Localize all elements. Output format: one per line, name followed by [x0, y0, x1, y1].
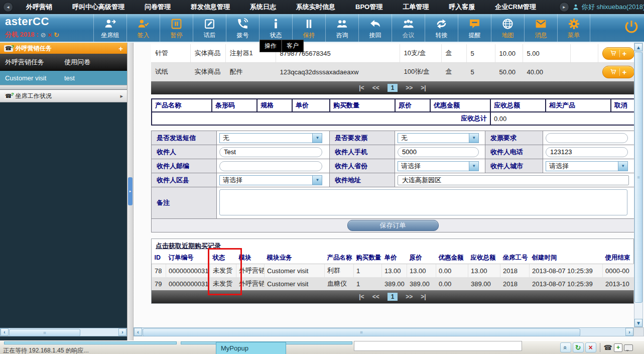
status-menu-customer[interactable]: 客户 — [282, 40, 304, 52]
meeting-button[interactable]: 会议 — [392, 14, 425, 42]
page-first-button[interactable]: |< — [359, 84, 364, 91]
menu-ticket[interactable]: 工单管理 — [393, 0, 439, 14]
district-select[interactable]: 请选择▼ — [219, 175, 322, 185]
zip-input[interactable] — [219, 161, 322, 171]
menu-outbound-marketing[interactable]: 外呼营销 — [16, 0, 62, 14]
map-button[interactable]: 地图 — [491, 14, 524, 42]
consult-button[interactable]: 咨询 — [325, 14, 358, 42]
sidebar-panel-agent-status[interactable]: ☎? 坐席工作状况 ▸ — [0, 90, 127, 102]
col-discount: 优惠金额 — [430, 99, 490, 112]
col-order-no: 订单编号 — [166, 252, 210, 264]
plus-icon: + — [619, 50, 627, 57]
menu-bpo[interactable]: BPO管理 — [345, 0, 393, 14]
menu-system-log[interactable]: 系统日志 — [240, 0, 286, 14]
user-greeting: 你好 shixuebao(2018),今天2013年08月07日 星期三 — [582, 3, 644, 12]
add-note-button[interactable]: + — [614, 343, 622, 352]
hscroll-thumb[interactable]: ≡ — [143, 328, 580, 336]
scroll-up-button[interactable]: ▲ — [634, 43, 642, 51]
status-button[interactable]: 状态 — [259, 14, 292, 42]
fetch-history-link[interactable]: 点击获取近期购买记录 — [156, 242, 221, 251]
logout-power-button[interactable] — [624, 19, 639, 36]
scroll-down-button[interactable]: ▼ — [634, 319, 642, 327]
menu-gear-button[interactable]: 菜单 — [557, 14, 590, 42]
sign-in-button[interactable]: 签入 — [126, 14, 160, 42]
splitter-handle[interactable]: ▸ — [128, 177, 133, 205]
sidebar-scroll-left-button[interactable]: ‹ — [1, 328, 9, 336]
refresh-button[interactable]: ↻ — [573, 342, 584, 352]
phone-input[interactable] — [546, 147, 628, 157]
add-task-button[interactable]: + — [118, 44, 123, 53]
mypopup-tab[interactable]: MyPopup — [216, 342, 286, 354]
task-row-customer-visit[interactable]: Customer visit test — [0, 71, 127, 85]
transfer-button[interactable]: 转接 — [425, 14, 458, 42]
extension-blocked-icon[interactable]: ⊘ — [40, 31, 46, 39]
product-price2: 40.00 — [523, 63, 570, 81]
scroll-left-button[interactable]: ‹ — [134, 328, 142, 336]
sms-select[interactable]: 无▼ — [219, 133, 322, 143]
dropdown-arrow-icon: ▼ — [312, 176, 322, 185]
page-prev-button[interactable]: << — [372, 293, 379, 300]
pause-button[interactable]: 暂停 — [160, 14, 193, 42]
hold-label: 保持 — [303, 31, 315, 40]
extension-close-icon[interactable]: × — [48, 31, 52, 39]
docked-popup-strip[interactable] — [4, 341, 177, 344]
add-to-cart-button[interactable]: + — [602, 47, 634, 60]
page-last-button[interactable]: >| — [421, 84, 426, 91]
province-select[interactable]: 请选择▼ — [398, 161, 479, 171]
address-input[interactable] — [398, 175, 629, 185]
page-last-button[interactable]: >| — [421, 293, 426, 300]
agent-group-button[interactable]: 坐席组 — [93, 14, 126, 42]
page-first-button[interactable]: |< — [359, 293, 364, 300]
extension-refresh-icon[interactable]: ↻ — [54, 31, 59, 39]
page-next-button[interactable]: >> — [406, 293, 413, 300]
expand-arrow-icon: ▸ — [120, 93, 123, 99]
sidebar-scroll-thumb[interactable]: ≡ — [9, 329, 80, 336]
hold-button[interactable]: 保持 — [292, 14, 325, 42]
chat-tool-button[interactable] — [624, 344, 633, 351]
menu-inbound-service[interactable]: 呼入客服 — [439, 0, 485, 14]
dropdown-arrow-icon: ▼ — [469, 134, 478, 143]
recipient-input[interactable] — [219, 147, 322, 157]
close-popup-button[interactable]: × — [585, 342, 596, 352]
scroll-right-button[interactable]: › — [625, 328, 633, 336]
invoice-req-input[interactable] — [546, 133, 628, 143]
menu-collapse-button[interactable]: ◄ — [3, 2, 13, 12]
products-table: 针管 实体商品 注射器1 87987765678345 10支/盒 盒 5 10… — [151, 44, 634, 81]
menu-system-realtime[interactable]: 系统实时信息 — [286, 0, 345, 14]
after-call-label: 话后 — [204, 31, 216, 40]
menu-questionnaire[interactable]: 问卷管理 — [135, 0, 181, 14]
mobile-input[interactable] — [398, 147, 479, 157]
power-icon — [624, 19, 639, 34]
menu-crm[interactable]: 企业CRM管理 — [485, 0, 546, 14]
user-area: 你好 shixuebao(2018),今天2013年08月07日 星期三 — [572, 3, 644, 12]
page-prev-button[interactable]: << — [372, 84, 379, 91]
message-button[interactable]: 消息 — [524, 14, 557, 42]
col-discount: 优惠金额 — [436, 252, 468, 264]
take-back-button[interactable]: 接回 — [358, 14, 392, 42]
city-select[interactable]: 请选择▼ — [546, 161, 628, 171]
agent-group-label: 坐席组 — [101, 31, 119, 40]
status-menu-operation[interactable]: 操作 — [260, 40, 282, 52]
col-status: 状态 — [210, 252, 236, 264]
save-order-button[interactable]: 保存订单 — [347, 220, 439, 231]
add-to-cart-button[interactable]: + — [602, 66, 634, 78]
pause-icon — [170, 17, 183, 31]
vscroll-thumb[interactable]: ≡ — [634, 52, 642, 303]
after-call-button[interactable]: 话后 — [193, 14, 226, 42]
dial-button[interactable]: 拨号 — [226, 14, 259, 42]
page-next-button[interactable]: >> — [406, 84, 413, 91]
collapse-panel-button[interactable]: « — [560, 342, 571, 352]
menu-callcenter-admin[interactable]: 呼叫中心高级管理 — [62, 0, 135, 14]
reminder-button[interactable]: 提醒 — [458, 14, 491, 42]
menu-overflow-button[interactable]: ► — [559, 2, 569, 12]
menu-mass-message[interactable]: 群发信息管理 — [181, 0, 240, 14]
phone-tool-button[interactable]: ☎ — [604, 343, 612, 351]
invoice-select[interactable]: 无▼ — [398, 133, 479, 143]
close-icon: × — [588, 343, 592, 351]
zip-label: 收件人邮编 — [152, 159, 217, 173]
extension-line: 分机 2018 : ⊘ × ↻ — [5, 30, 59, 39]
remark-textarea[interactable] — [219, 189, 627, 215]
sidebar-scroll-right-button[interactable]: › — [118, 328, 126, 336]
sidebar-panel-outbound-tasks[interactable]: ☎? 外呼营销任务 + — [0, 43, 127, 54]
col-product-name: 产品名称 — [152, 99, 212, 112]
